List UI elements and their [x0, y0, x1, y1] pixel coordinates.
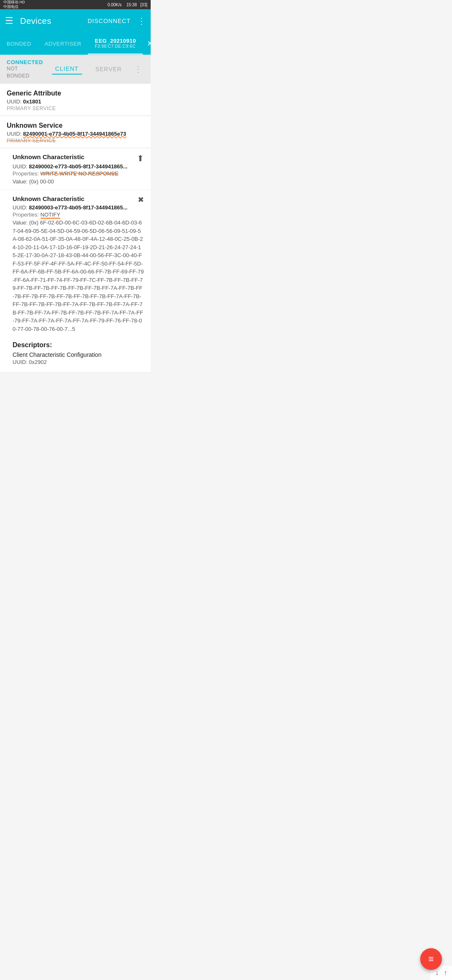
char-value-2: Value: (0x) 6F-02-6D-00-6C-03-6D-02-6B-0…: [13, 219, 144, 333]
char-name-1: Unknown Characteristic: [13, 153, 85, 160]
time-display: 15:38: [126, 3, 137, 7]
connected-label: CONNECTED: [7, 59, 43, 65]
service-uuid-unknown: UUID: 82490001-e773-4b05-8f17-344941865e…: [7, 131, 144, 137]
device-tab-name: EEG_20210910: [95, 38, 136, 44]
content-area: Generic Attribute UUID: 0x1801 PRIMARY S…: [0, 84, 151, 373]
uuid-value: 0x1801: [23, 98, 41, 105]
char-properties-value-1: WRITE WRITE NO RESPONSE: [41, 170, 118, 177]
network-speed: 0.00K/s: [108, 3, 122, 7]
char-value-1: Value: (0x) 00-00: [13, 178, 144, 186]
device-tab-close-icon[interactable]: ✕: [143, 34, 151, 53]
descriptor-uuid-0: UUID: 0x2902: [13, 359, 137, 365]
disconnect-button[interactable]: DISCONNECT: [87, 18, 131, 24]
status-right: 0.00K/s 15:38 [33]: [108, 3, 147, 7]
client-server-tabs: CLIENT SERVER: [43, 64, 134, 75]
service-uuid-generic-attribute: UUID: 0x1801: [7, 98, 144, 105]
descriptor-name-0: Client Characteristic Configuration: [13, 351, 137, 358]
connection-info: CONNECTED NOT BONDED: [7, 59, 43, 80]
char-properties-2: Properties: NOTIFY: [13, 211, 144, 218]
device-tabs: BONDED ADVERTISER EEG_20210910 F3:98:C7:…: [0, 33, 151, 55]
char-properties-value-2: NOTIFY: [41, 211, 61, 219]
server-tab[interactable]: SERVER: [92, 64, 125, 74]
carrier2-label: 中国电信: [3, 5, 25, 9]
characteristic-block-2: Unknown Characteristic ✖ UUID: 82490003-…: [0, 190, 151, 372]
connection-status-bar: CONNECTED NOT BONDED CLIENT SERVER ⋮: [0, 55, 151, 84]
client-tab[interactable]: CLIENT: [52, 64, 82, 75]
eeg-device-tab[interactable]: EEG_20210910 F3:98:C7:DE:C9:6C: [88, 33, 143, 54]
char-header-2: Unknown Characteristic ✖: [13, 195, 144, 204]
client-server-more-icon[interactable]: ⋮: [134, 64, 142, 74]
uuid-value-unknown: 82490001-e773-4b05-8f17-344941865e73: [23, 131, 126, 137]
char-properties-1: Properties: WRITE WRITE NO RESPONSE: [13, 170, 144, 177]
bonded-tab[interactable]: BONDED: [0, 36, 38, 52]
service-type-unknown: PRIMARY SERVICE: [7, 138, 144, 144]
carrier1-label: 中国移动 HD: [3, 0, 25, 5]
service-name-generic-attribute: Generic Attribute: [7, 90, 144, 97]
characteristic-block-1: Unknown Characteristic ⬆ UUID: 82490002-…: [0, 148, 151, 191]
descriptors-title: Descriptors:: [13, 341, 137, 349]
app-title: Devices: [20, 16, 87, 26]
descriptors-section: Descriptors: Client Characteristic Confi…: [13, 336, 144, 368]
menu-icon[interactable]: ☰: [5, 15, 13, 26]
app-bar: ☰ Devices DISCONNECT ⋮: [0, 9, 151, 33]
carrier-info: 中国移动 HD 中国电信: [3, 0, 25, 9]
service-name-unknown: Unknown Service: [7, 122, 144, 129]
device-tab-mac: F3:98:C7:DE:C9:6C: [95, 44, 136, 49]
advertiser-tab[interactable]: ADVERTISER: [38, 36, 88, 52]
service-unknown: Unknown Service UUID: 82490001-e773-4b05…: [0, 116, 151, 148]
crossed-icon[interactable]: ✖: [138, 195, 144, 204]
char-uuid-2: UUID: 82490003-e773-4b05-8f17-344941865.…: [13, 204, 144, 211]
char-uuid-value-2: 82490003-e773-4b05-8f17-344941865...: [29, 204, 128, 211]
char-header-1: Unknown Characteristic ⬆: [13, 153, 144, 163]
char-uuid-1: UUID: 82490002-e773-4b05-8f17-344941865.…: [13, 163, 144, 170]
service-generic-attribute: Generic Attribute UUID: 0x1801 PRIMARY S…: [0, 84, 151, 116]
upload-icon[interactable]: ⬆: [137, 153, 144, 163]
battery-indicator: [33]: [140, 3, 147, 7]
char-uuid-value-1: 82490002-e773-4b05-8f17-344941865...: [29, 163, 128, 170]
more-options-icon[interactable]: ⋮: [137, 16, 146, 26]
not-bonded-label: NOT BONDED: [7, 65, 43, 80]
service-type-generic-attribute: PRIMARY SERVICE: [7, 106, 144, 111]
char-name-2: Unknown Characteristic: [13, 195, 85, 202]
status-bar: 中国移动 HD 中国电信 0.00K/s 15:38 [33]: [0, 0, 151, 9]
